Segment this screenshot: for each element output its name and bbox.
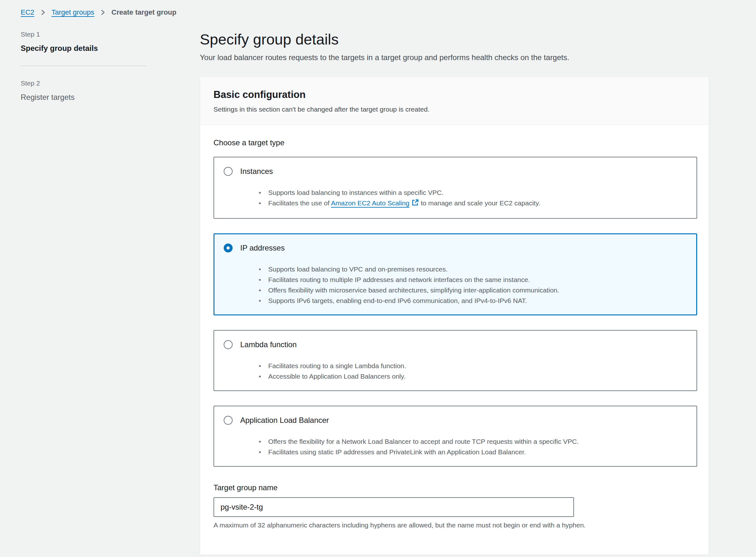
option-bullet: • Facilitates routing to multiple IP add…: [259, 274, 687, 285]
target-type-card-alb[interactable]: Application Load Balancer • Offers the f…: [214, 406, 697, 467]
option-bullet: • Facilitates using static IP addresses …: [259, 447, 687, 457]
ec2-auto-scaling-link[interactable]: Amazon EC2 Auto Scaling: [331, 199, 419, 207]
panel-body: Choose a target type Instances •: [200, 125, 708, 554]
radio-lambda[interactable]: [224, 340, 232, 349]
bullet-text: Offers flexibility with microservice bas…: [268, 285, 559, 295]
bullet-text-segment: to manage and scale your EC2 capacity.: [419, 199, 540, 207]
bullet-text: Offers the flexibility for a Network Loa…: [268, 436, 579, 447]
target-type-label: Choose a target type: [214, 138, 695, 147]
bullet-dot: •: [259, 360, 268, 371]
steps-divider: [21, 65, 146, 66]
bullet-text: Facilitates routing to multiple IP addre…: [268, 274, 530, 285]
step-2: Step 2 Register targets: [21, 80, 200, 102]
target-group-name-label: Target group name: [214, 483, 277, 492]
target-type-card-lambda[interactable]: Lambda function • Facilitates routing to…: [214, 330, 697, 391]
external-link-icon: [412, 199, 419, 209]
bullet-dot: •: [259, 371, 268, 382]
breadcrumb-link-target-groups[interactable]: Target groups: [52, 8, 94, 17]
target-group-name-input[interactable]: [214, 497, 574, 517]
option-bullet: • Facilitates routing to a single Lambda…: [259, 360, 687, 371]
page-title: Specify group details: [200, 31, 709, 48]
target-group-name-field: Target group name A maximum of 32 alphan…: [214, 483, 695, 529]
option-bullets: • Offers the flexibility for a Network L…: [259, 436, 687, 457]
bullet-dot: •: [259, 187, 268, 198]
bullet-text-segment: Facilitates the use of: [268, 199, 331, 207]
breadcrumb-link-ec2[interactable]: EC2: [21, 8, 34, 17]
panel-header: Basic configuration Settings in this sec…: [200, 77, 708, 125]
bullet-text: Facilitates routing to a single Lambda f…: [268, 360, 406, 371]
option-bullet: • Supports IPv6 targets, enabling end-to…: [259, 295, 687, 306]
option-bullet: • Offers the flexibility for a Network L…: [259, 436, 687, 447]
radio-alb[interactable]: [224, 416, 232, 425]
step-1-label: Step 1: [21, 31, 200, 38]
target-type-options: Instances • Supports load balancing to i…: [214, 157, 695, 467]
page-description: Your load balancer routes requests to th…: [200, 53, 709, 62]
basic-configuration-panel: Basic configuration Settings in this sec…: [200, 77, 709, 555]
option-bullet: • Offers flexibility with microservice b…: [259, 285, 687, 295]
option-bullet: • Supports load balancing to instances w…: [259, 187, 687, 198]
bullet-dot: •: [259, 264, 268, 274]
panel-title: Basic configuration: [214, 89, 695, 100]
target-type-option-label: IP addresses: [240, 243, 285, 253]
breadcrumb: EC2 Target groups Create target group: [21, 8, 756, 17]
bullet-dot: •: [259, 295, 268, 306]
radio-instances[interactable]: [224, 167, 232, 176]
create-target-group-page: EC2 Target groups Create target group St…: [0, 0, 756, 557]
main-content: Specify group details Your load balancer…: [200, 31, 709, 555]
bullet-dot: •: [259, 447, 268, 457]
bullet-text: Accessible to Application Load Balancers…: [268, 371, 406, 382]
radio-ip-addresses[interactable]: [224, 243, 232, 253]
target-type-card-ip-addresses[interactable]: IP addresses • Supports load balancing t…: [214, 233, 697, 315]
option-bullets: • Facilitates routing to a single Lambda…: [259, 360, 687, 382]
target-type-option-label: Application Load Balancer: [240, 416, 329, 425]
target-type-option-label: Lambda function: [240, 340, 297, 349]
option-bullets: • Supports load balancing to instances w…: [259, 187, 687, 209]
bullet-text: Facilitates the use of Amazon EC2 Auto S…: [268, 198, 540, 209]
step-1: Step 1 Specify group details: [21, 31, 200, 53]
chevron-right-icon: [99, 9, 106, 16]
chevron-right-icon: [39, 9, 47, 16]
step-2-label: Step 2: [21, 80, 200, 87]
target-type-card-instances[interactable]: Instances • Supports load balancing to i…: [214, 157, 697, 219]
step-1-title[interactable]: Specify group details: [21, 44, 200, 53]
wizard-steps-nav: Step 1 Specify group details Step 2 Regi…: [21, 31, 200, 555]
bullet-dot: •: [259, 274, 268, 285]
bullet-dot: •: [259, 436, 268, 447]
option-bullet: • Accessible to Application Load Balance…: [259, 371, 687, 382]
panel-description: Settings in this section can't be change…: [214, 106, 695, 113]
option-bullet: • Facilitates the use of Amazon EC2 Auto…: [259, 198, 687, 209]
bullet-text: Supports load balancing to instances wit…: [268, 187, 444, 198]
step-2-title: Register targets: [21, 93, 200, 102]
bullet-text: Supports load balancing to VPC and on-pr…: [268, 264, 448, 274]
breadcrumb-current: Create target group: [111, 8, 176, 17]
bullet-dot: •: [259, 285, 268, 295]
link-text: Amazon EC2 Auto Scaling: [331, 199, 409, 207]
option-bullet: • Supports load balancing to VPC and on-…: [259, 264, 687, 274]
bullet-text: Facilitates using static IP addresses an…: [268, 447, 526, 457]
bullet-text: Supports IPv6 targets, enabling end-to-e…: [268, 295, 527, 306]
target-type-option-label: Instances: [240, 167, 273, 176]
option-bullets: • Supports load balancing to VPC and on-…: [259, 264, 687, 306]
target-group-name-help: A maximum of 32 alphanumeric characters …: [214, 521, 695, 529]
bullet-dot: •: [259, 198, 268, 209]
